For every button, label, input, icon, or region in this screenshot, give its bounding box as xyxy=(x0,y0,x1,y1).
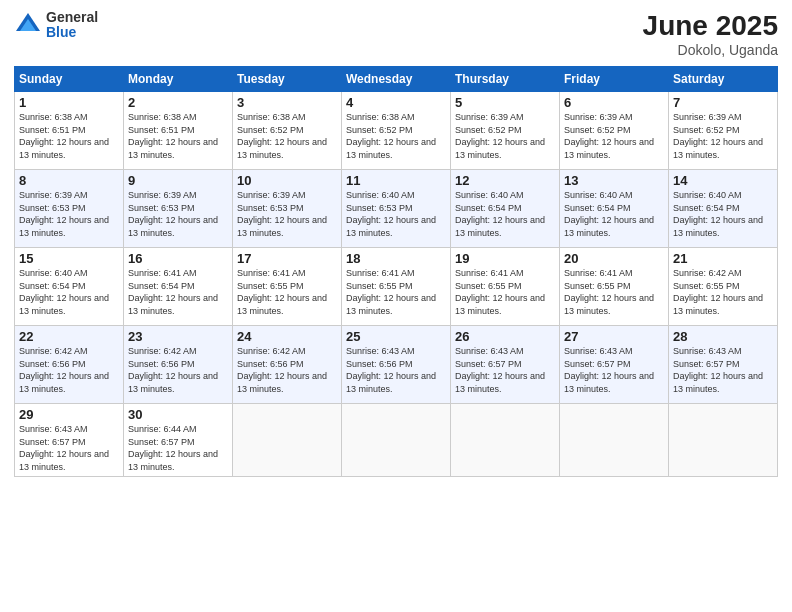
day-number: 20 xyxy=(564,251,664,266)
header-row: Sunday Monday Tuesday Wednesday Thursday… xyxy=(15,67,778,92)
table-row: 26 Sunrise: 6:43 AMSunset: 6:57 PMDaylig… xyxy=(451,326,560,404)
logo-icon xyxy=(14,11,42,39)
table-row: 20 Sunrise: 6:41 AMSunset: 6:55 PMDaylig… xyxy=(560,248,669,326)
calendar-table: Sunday Monday Tuesday Wednesday Thursday… xyxy=(14,66,778,477)
day-number: 11 xyxy=(346,173,446,188)
day-number: 13 xyxy=(564,173,664,188)
table-row: 12 Sunrise: 6:40 AMSunset: 6:54 PMDaylig… xyxy=(451,170,560,248)
table-row: 23 Sunrise: 6:42 AMSunset: 6:56 PMDaylig… xyxy=(124,326,233,404)
table-row: 8 Sunrise: 6:39 AMSunset: 6:53 PMDayligh… xyxy=(15,170,124,248)
day-number: 18 xyxy=(346,251,446,266)
col-thursday: Thursday xyxy=(451,67,560,92)
page: General Blue June 2025 Dokolo, Uganda Su… xyxy=(0,0,792,612)
day-number: 24 xyxy=(237,329,337,344)
day-number: 10 xyxy=(237,173,337,188)
day-info: Sunrise: 6:39 AMSunset: 6:53 PMDaylight:… xyxy=(128,190,218,238)
col-tuesday: Tuesday xyxy=(233,67,342,92)
header: General Blue June 2025 Dokolo, Uganda xyxy=(14,10,778,58)
table-row: 7 Sunrise: 6:39 AMSunset: 6:52 PMDayligh… xyxy=(669,92,778,170)
col-saturday: Saturday xyxy=(669,67,778,92)
day-info: Sunrise: 6:40 AMSunset: 6:54 PMDaylight:… xyxy=(673,190,763,238)
day-number: 3 xyxy=(237,95,337,110)
day-number: 4 xyxy=(346,95,446,110)
day-info: Sunrise: 6:41 AMSunset: 6:55 PMDaylight:… xyxy=(237,268,327,316)
day-info: Sunrise: 6:41 AMSunset: 6:55 PMDaylight:… xyxy=(346,268,436,316)
day-info: Sunrise: 6:42 AMSunset: 6:56 PMDaylight:… xyxy=(128,346,218,394)
day-number: 26 xyxy=(455,329,555,344)
table-row: 1 Sunrise: 6:38 AMSunset: 6:51 PMDayligh… xyxy=(15,92,124,170)
table-row: 25 Sunrise: 6:43 AMSunset: 6:56 PMDaylig… xyxy=(342,326,451,404)
day-number: 21 xyxy=(673,251,773,266)
day-info: Sunrise: 6:41 AMSunset: 6:55 PMDaylight:… xyxy=(455,268,545,316)
logo-blue-text: Blue xyxy=(46,25,98,40)
day-number: 8 xyxy=(19,173,119,188)
day-number: 30 xyxy=(128,407,228,422)
table-row: 11 Sunrise: 6:40 AMSunset: 6:53 PMDaylig… xyxy=(342,170,451,248)
day-number: 14 xyxy=(673,173,773,188)
table-row: 14 Sunrise: 6:40 AMSunset: 6:54 PMDaylig… xyxy=(669,170,778,248)
day-number: 17 xyxy=(237,251,337,266)
day-number: 9 xyxy=(128,173,228,188)
table-row: 10 Sunrise: 6:39 AMSunset: 6:53 PMDaylig… xyxy=(233,170,342,248)
table-row xyxy=(342,404,451,477)
day-info: Sunrise: 6:39 AMSunset: 6:52 PMDaylight:… xyxy=(564,112,654,160)
table-row: 15 Sunrise: 6:40 AMSunset: 6:54 PMDaylig… xyxy=(15,248,124,326)
day-info: Sunrise: 6:43 AMSunset: 6:57 PMDaylight:… xyxy=(455,346,545,394)
day-info: Sunrise: 6:39 AMSunset: 6:52 PMDaylight:… xyxy=(673,112,763,160)
month-title: June 2025 xyxy=(643,10,778,42)
col-sunday: Sunday xyxy=(15,67,124,92)
day-info: Sunrise: 6:43 AMSunset: 6:56 PMDaylight:… xyxy=(346,346,436,394)
day-number: 23 xyxy=(128,329,228,344)
day-info: Sunrise: 6:43 AMSunset: 6:57 PMDaylight:… xyxy=(673,346,763,394)
day-number: 22 xyxy=(19,329,119,344)
table-row: 30 Sunrise: 6:44 AMSunset: 6:57 PMDaylig… xyxy=(124,404,233,477)
table-row xyxy=(451,404,560,477)
table-row: 27 Sunrise: 6:43 AMSunset: 6:57 PMDaylig… xyxy=(560,326,669,404)
day-info: Sunrise: 6:39 AMSunset: 6:53 PMDaylight:… xyxy=(237,190,327,238)
day-number: 25 xyxy=(346,329,446,344)
day-number: 5 xyxy=(455,95,555,110)
table-row: 6 Sunrise: 6:39 AMSunset: 6:52 PMDayligh… xyxy=(560,92,669,170)
day-info: Sunrise: 6:38 AMSunset: 6:52 PMDaylight:… xyxy=(346,112,436,160)
table-row: 24 Sunrise: 6:42 AMSunset: 6:56 PMDaylig… xyxy=(233,326,342,404)
day-number: 12 xyxy=(455,173,555,188)
day-info: Sunrise: 6:38 AMSunset: 6:51 PMDaylight:… xyxy=(19,112,109,160)
day-info: Sunrise: 6:38 AMSunset: 6:51 PMDaylight:… xyxy=(128,112,218,160)
day-info: Sunrise: 6:39 AMSunset: 6:52 PMDaylight:… xyxy=(455,112,545,160)
day-number: 2 xyxy=(128,95,228,110)
table-row: 4 Sunrise: 6:38 AMSunset: 6:52 PMDayligh… xyxy=(342,92,451,170)
day-number: 6 xyxy=(564,95,664,110)
day-info: Sunrise: 6:42 AMSunset: 6:56 PMDaylight:… xyxy=(237,346,327,394)
day-info: Sunrise: 6:42 AMSunset: 6:56 PMDaylight:… xyxy=(19,346,109,394)
day-info: Sunrise: 6:44 AMSunset: 6:57 PMDaylight:… xyxy=(128,424,218,472)
day-number: 28 xyxy=(673,329,773,344)
table-row xyxy=(560,404,669,477)
day-info: Sunrise: 6:40 AMSunset: 6:54 PMDaylight:… xyxy=(564,190,654,238)
day-info: Sunrise: 6:39 AMSunset: 6:53 PMDaylight:… xyxy=(19,190,109,238)
logo-text: General Blue xyxy=(46,10,98,41)
table-row: 19 Sunrise: 6:41 AMSunset: 6:55 PMDaylig… xyxy=(451,248,560,326)
table-row: 2 Sunrise: 6:38 AMSunset: 6:51 PMDayligh… xyxy=(124,92,233,170)
table-row xyxy=(233,404,342,477)
day-info: Sunrise: 6:40 AMSunset: 6:53 PMDaylight:… xyxy=(346,190,436,238)
table-row: 29 Sunrise: 6:43 AMSunset: 6:57 PMDaylig… xyxy=(15,404,124,477)
col-friday: Friday xyxy=(560,67,669,92)
day-info: Sunrise: 6:40 AMSunset: 6:54 PMDaylight:… xyxy=(19,268,109,316)
col-monday: Monday xyxy=(124,67,233,92)
table-row: 16 Sunrise: 6:41 AMSunset: 6:54 PMDaylig… xyxy=(124,248,233,326)
day-info: Sunrise: 6:42 AMSunset: 6:55 PMDaylight:… xyxy=(673,268,763,316)
title-section: June 2025 Dokolo, Uganda xyxy=(643,10,778,58)
day-info: Sunrise: 6:41 AMSunset: 6:55 PMDaylight:… xyxy=(564,268,654,316)
day-info: Sunrise: 6:38 AMSunset: 6:52 PMDaylight:… xyxy=(237,112,327,160)
table-row: 9 Sunrise: 6:39 AMSunset: 6:53 PMDayligh… xyxy=(124,170,233,248)
table-row: 13 Sunrise: 6:40 AMSunset: 6:54 PMDaylig… xyxy=(560,170,669,248)
table-row: 22 Sunrise: 6:42 AMSunset: 6:56 PMDaylig… xyxy=(15,326,124,404)
day-number: 27 xyxy=(564,329,664,344)
table-row: 5 Sunrise: 6:39 AMSunset: 6:52 PMDayligh… xyxy=(451,92,560,170)
table-row: 21 Sunrise: 6:42 AMSunset: 6:55 PMDaylig… xyxy=(669,248,778,326)
table-row: 18 Sunrise: 6:41 AMSunset: 6:55 PMDaylig… xyxy=(342,248,451,326)
day-number: 19 xyxy=(455,251,555,266)
day-number: 7 xyxy=(673,95,773,110)
table-row: 17 Sunrise: 6:41 AMSunset: 6:55 PMDaylig… xyxy=(233,248,342,326)
table-row: 3 Sunrise: 6:38 AMSunset: 6:52 PMDayligh… xyxy=(233,92,342,170)
